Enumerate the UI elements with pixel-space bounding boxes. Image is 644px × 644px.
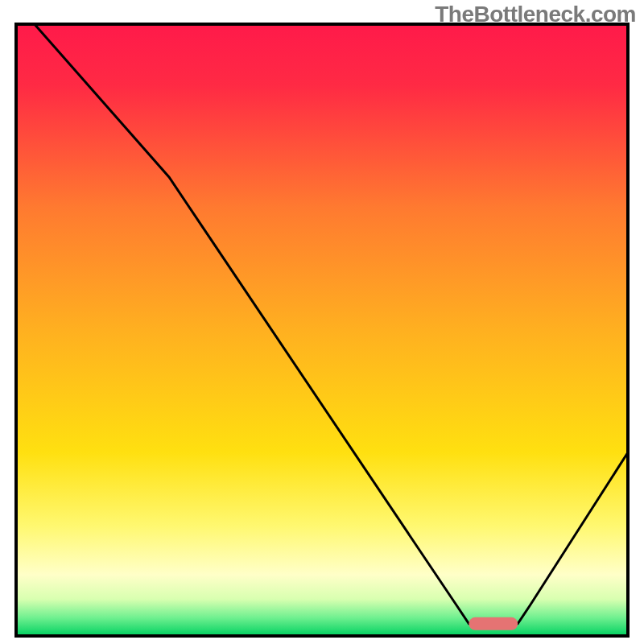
chart-svg xyxy=(0,0,644,644)
optimal-range-marker xyxy=(469,617,518,630)
gradient-background xyxy=(16,24,628,636)
bottleneck-chart: TheBottleneck.com xyxy=(0,0,644,644)
watermark-text: TheBottleneck.com xyxy=(435,2,636,27)
